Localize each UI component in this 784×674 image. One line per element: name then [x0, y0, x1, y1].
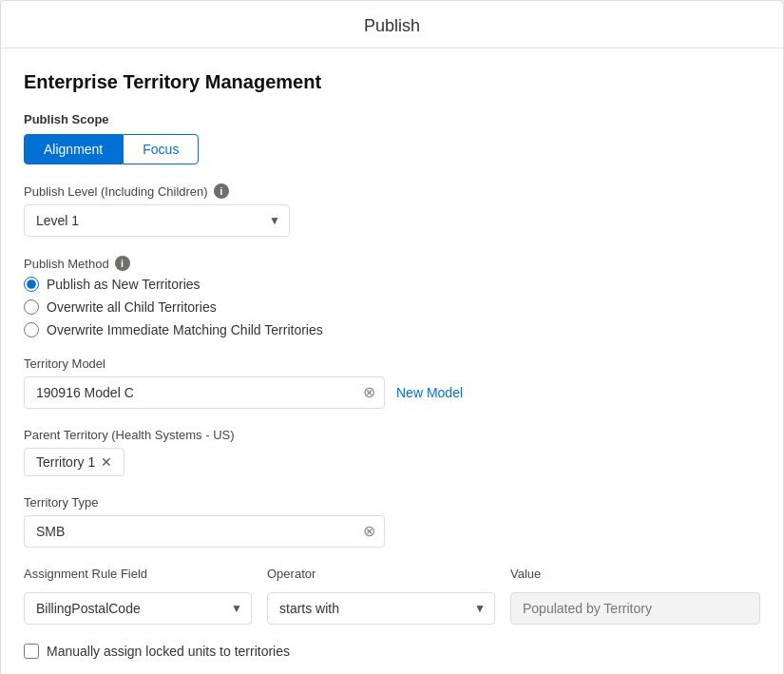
assignment-rule-field-select[interactable]: BillingPostalCode AccountName Industry	[24, 592, 252, 625]
modal-header: Publish	[1, 1, 783, 48]
territory-type-input[interactable]	[24, 515, 385, 548]
territory-model-clear-icon[interactable]: ⊗	[363, 385, 375, 400]
parent-territory-label: Parent Territory (Health Systems - US)	[24, 428, 760, 442]
value-field-label: Value	[510, 567, 760, 581]
territory-model-group: Territory Model ⊗ New Model	[24, 356, 760, 409]
radio-new-territories-input[interactable]	[24, 277, 39, 292]
operator-field-group: Operator starts with equals contains ▼	[267, 567, 495, 625]
publish-level-select-wrapper: Level 1 Level 2 Level 3 ▼	[24, 204, 290, 237]
publish-level-label: Publish Level (Including Children) i	[24, 183, 760, 199]
new-model-link[interactable]: New Model	[396, 385, 463, 400]
parent-territory-value: Territory 1	[36, 454, 95, 470]
operator-select-wrapper: starts with equals contains ▼	[267, 592, 495, 625]
territory-model-input-wrapper: ⊗	[24, 376, 385, 409]
manually-assign-row: Manually assign locked units to territor…	[24, 644, 760, 659]
parent-territory-tag: Territory 1 ✕	[24, 448, 124, 476]
publish-modal: Publish Enterprise Territory Management …	[0, 0, 784, 674]
territory-model-label: Territory Model	[24, 356, 760, 371]
publish-method-label: Publish Method i	[24, 256, 760, 271]
publish-scope-label: Publish Scope	[24, 112, 760, 126]
modal-body: Enterprise Territory Management Publish …	[1, 48, 783, 674]
radio-overwrite-matching-input[interactable]	[24, 322, 39, 337]
assignment-rule-field-label: Assignment Rule Field	[24, 567, 252, 581]
territory-type-group: Territory Type ⊗	[24, 495, 760, 548]
territory-type-input-wrapper: ⊗	[24, 515, 385, 548]
territory-model-input[interactable]	[24, 376, 385, 409]
publish-scope-toggle: Alignment Focus	[24, 134, 760, 164]
focus-button[interactable]: Focus	[123, 134, 199, 164]
radio-overwrite-all[interactable]: Overwrite all Child Territories	[24, 299, 760, 315]
territory-type-label: Territory Type	[24, 495, 760, 510]
publish-method-radio-group: Publish as New Territories Overwrite all…	[24, 277, 760, 337]
operator-field-label: Operator	[267, 567, 495, 581]
radio-new-territories[interactable]: Publish as New Territories	[24, 277, 760, 292]
page-title: Enterprise Territory Management	[24, 71, 760, 93]
assignment-rule-row: Assignment Rule Field BillingPostalCode …	[24, 567, 760, 625]
territory-type-clear-icon[interactable]: ⊗	[363, 524, 375, 539]
manually-assign-checkbox[interactable]	[24, 644, 39, 659]
manually-assign-label: Manually assign locked units to territor…	[47, 644, 290, 659]
assignment-rule-field-select-wrapper: BillingPostalCode AccountName Industry ▼	[24, 592, 252, 625]
publish-level-info-icon[interactable]: i	[214, 183, 229, 199]
parent-territory-group: Parent Territory (Health Systems - US) T…	[24, 428, 760, 476]
publish-level-group: Publish Level (Including Children) i Lev…	[24, 183, 760, 237]
radio-overwrite-all-input[interactable]	[24, 299, 39, 315]
value-field-group: Value	[510, 567, 760, 625]
publish-method-group: Publish Method i Publish as New Territor…	[24, 256, 760, 337]
publish-level-select[interactable]: Level 1 Level 2 Level 3	[24, 204, 290, 237]
value-field-input[interactable]	[510, 592, 760, 625]
assignment-rule-field-group: Assignment Rule Field BillingPostalCode …	[24, 567, 252, 625]
alignment-button[interactable]: Alignment	[24, 134, 123, 164]
modal-title: Publish	[364, 16, 420, 35]
operator-select[interactable]: starts with equals contains	[267, 592, 495, 625]
radio-overwrite-matching[interactable]: Overwrite Immediate Matching Child Terri…	[24, 322, 760, 337]
parent-territory-remove-icon[interactable]: ✕	[101, 454, 112, 470]
publish-method-info-icon[interactable]: i	[115, 256, 130, 271]
